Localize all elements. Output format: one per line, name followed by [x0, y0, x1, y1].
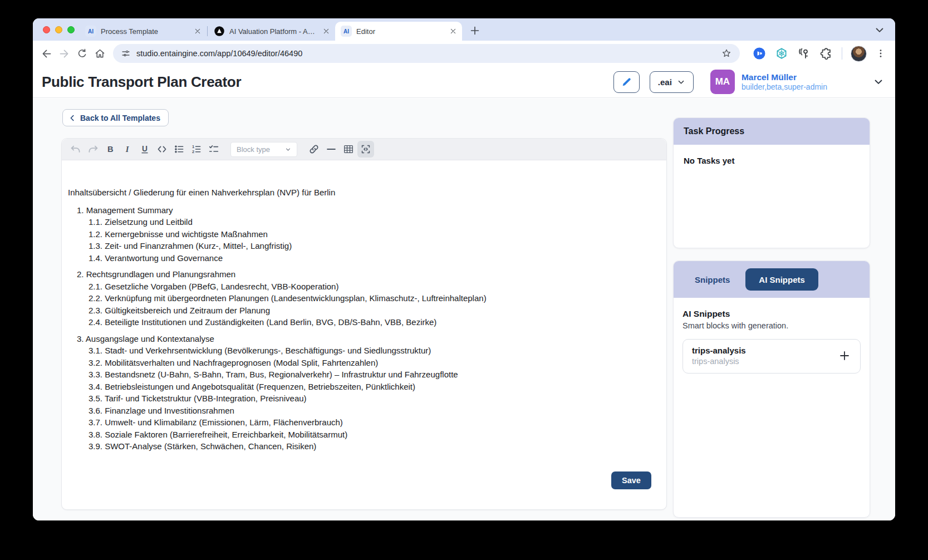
section-item: 3.8. Soziale Faktoren (Barrierefreiheit,… [89, 429, 655, 441]
snippets-body: AI Snippets Smart blocks with generation… [674, 298, 870, 385]
undo-button [67, 141, 84, 158]
main-content: Back to All Templates BIU12Block type In… [33, 99, 895, 520]
snippet-item[interactable]: trips-analysistrips-analysis [683, 339, 861, 374]
zoom-window-button[interactable] [67, 26, 75, 33]
bookmark-star-icon[interactable] [721, 48, 732, 59]
check-list-button[interactable] [205, 141, 222, 158]
section-item: 1.3. Zeit- und Finanzrahmen (Kurz-, Mitt… [89, 240, 655, 252]
section-heading: 3. Ausgangslage und Kontextanalyse [77, 333, 655, 345]
bullet-list-button[interactable] [171, 141, 188, 158]
link-button[interactable] [306, 141, 322, 158]
browser-window: AI Process Template AI Valuation Platfor… [33, 18, 895, 520]
browser-profile-avatar[interactable] [851, 46, 867, 62]
address-bar[interactable]: studio.entaingine.com/app/10649/editor/4… [113, 44, 740, 63]
task-progress-empty: No Tasks yet [674, 145, 870, 176]
tab-close-icon[interactable] [193, 27, 202, 36]
traffic-lights [43, 26, 75, 33]
tab-title: AI Valuation Platform - Advan [229, 27, 317, 36]
site-info-icon[interactable] [121, 48, 131, 58]
block-type-placeholder: Block type [237, 145, 270, 154]
user-chevron-down-icon[interactable] [873, 76, 884, 87]
tab-strip: AI Process Template AI Valuation Platfor… [33, 18, 895, 41]
document-section: 3. Ausgangslage und Kontextanalyse3.1. S… [68, 333, 655, 453]
browser-menu-icon[interactable] [875, 48, 886, 59]
tab-snippets[interactable]: Snippets [681, 268, 743, 291]
file-extension-dropdown[interactable]: .eai [650, 71, 694, 93]
reload-button[interactable] [73, 45, 91, 62]
svg-text:2: 2 [192, 149, 194, 154]
svg-text:1: 1 [192, 144, 194, 149]
section-item: 3.9. SWOT-Analyse (Stärken, Schwächen, C… [89, 440, 655, 453]
nav-buttons [37, 45, 109, 62]
tab-search-chevron-icon[interactable] [874, 24, 885, 36]
user-menu[interactable]: MA Marcel Müller builder,beta,super-admi… [710, 70, 884, 94]
section-heading: 2. Rechtsgrundlagen und Planungsrahmen [77, 268, 655, 281]
tab-divider [207, 26, 208, 36]
section-item: 2.3. Gültigkeitsbereich und Zeitraum der… [89, 304, 655, 317]
svg-text:I: I [125, 145, 130, 154]
chevron-down-icon [677, 78, 685, 86]
snippet-text: trips-analysistrips-analysis [692, 346, 746, 366]
save-button[interactable]: Save [611, 471, 651, 489]
ai-logo-icon: AI [341, 26, 352, 37]
user-name: Marcel Müller [742, 72, 827, 82]
url-text[interactable]: studio.entaingine.com/app/10649/editor/4… [136, 49, 302, 58]
browser-toolbar: studio.entaingine.com/app/10649/editor/4… [33, 41, 895, 66]
back-to-templates-button[interactable]: Back to All Templates [62, 109, 169, 126]
section-item: 3.5. Tarif- und Ticketstruktur (VBB-Inte… [89, 392, 655, 405]
fullscreen-button[interactable] [357, 141, 374, 158]
passwords-key-icon[interactable] [797, 46, 811, 61]
browser-tab[interactable]: AI Editor [335, 22, 462, 41]
new-tab-button[interactable] [469, 24, 482, 38]
bold-button[interactable]: B [102, 141, 119, 158]
edit-button[interactable] [613, 71, 640, 93]
section-item: 3.1. Stadt- und Verkehrsentwicklung (Bev… [89, 345, 655, 357]
dark-circle-logo-icon [214, 26, 225, 37]
browser-tab[interactable]: AI Valuation Platform - Advan [208, 22, 335, 41]
pencil-icon [621, 76, 632, 88]
back-button[interactable] [37, 45, 55, 62]
header-actions: .eai MA Marcel Müller builder,beta,super… [613, 70, 884, 94]
add-snippet-icon[interactable] [838, 349, 851, 362]
file-extension-label: .eai [658, 77, 672, 87]
section-heading: 1. Management Summary [77, 204, 655, 217]
user-roles: builder,beta,super-admin [742, 82, 827, 92]
code-button[interactable] [154, 141, 170, 158]
section-item: 1.1. Zielsetzung und Leitbild [89, 216, 655, 228]
toolbar-divider [842, 47, 842, 60]
snippets-tabs: SnippetsAI Snippets [674, 261, 870, 298]
tab-close-icon[interactable] [449, 27, 458, 36]
svg-text:B: B [107, 145, 114, 154]
puzzle-icon[interactable] [819, 46, 833, 61]
close-window-button[interactable] [43, 26, 50, 33]
horizontal-rule-button[interactable] [323, 141, 340, 158]
table-button[interactable] [340, 141, 357, 158]
media-extension-icon[interactable] [752, 46, 767, 61]
section-item: 2.4. Beteiligte Institutionen und Zustän… [89, 316, 655, 328]
block-type-select[interactable]: Block type [230, 142, 297, 157]
forward-button [55, 45, 73, 62]
hexagon-extension-icon[interactable] [774, 46, 789, 61]
back-button-label: Back to All Templates [80, 114, 160, 122]
document-section: 4. Ziele und Zielindikatoren [68, 457, 655, 460]
select-caret-icon [285, 146, 291, 153]
extension-icons [752, 46, 833, 61]
tab-strip-tabs: AI Process Template AI Valuation Platfor… [80, 22, 482, 41]
underline-button[interactable]: U [136, 141, 153, 158]
numbered-list-button[interactable]: 12 [188, 141, 205, 158]
section-item: 3.2. Mobilitätsverhalten und Nachfragepr… [89, 357, 655, 369]
tab-ai-snippets[interactable]: AI Snippets [745, 268, 818, 291]
italic-button[interactable]: I [119, 141, 136, 158]
user-info: Marcel Müller builder,beta,super-admin [742, 72, 827, 92]
section-item: 1.4. Verantwortung und Governance [89, 252, 655, 264]
snippets-panel-subtitle: Smart blocks with generation. [683, 321, 861, 330]
tab-close-icon[interactable] [322, 27, 331, 36]
browser-tab[interactable]: AI Process Template [80, 22, 207, 41]
document-intro: Inhaltsübersicht / Gliederung für einen … [68, 186, 655, 199]
editor-content[interactable]: Inhaltsübersicht / Gliederung für einen … [62, 160, 666, 460]
minimize-window-button[interactable] [55, 26, 62, 33]
home-button[interactable] [91, 45, 109, 62]
section-item: 3.6. Finanzlage und Investitionsrahmen [89, 405, 655, 417]
document-sections: 1. Management Summary1.1. Zielsetzung un… [68, 204, 655, 460]
section-heading: 4. Ziele und Zielindikatoren [77, 457, 655, 460]
